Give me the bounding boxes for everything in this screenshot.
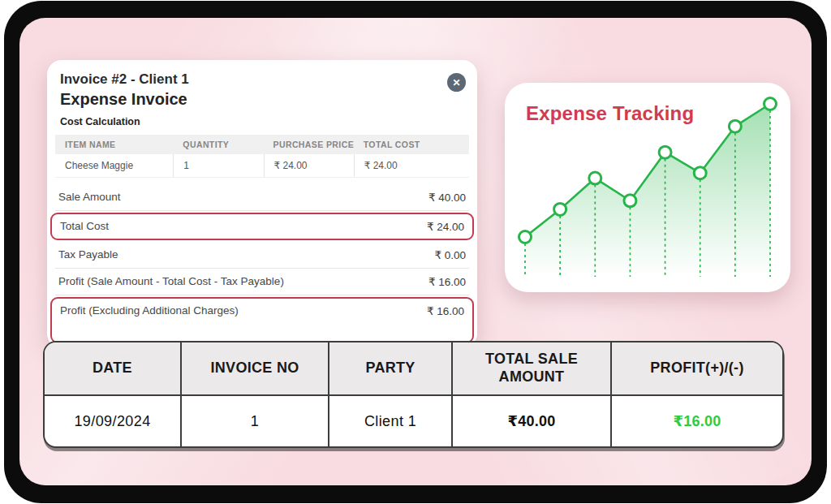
items-row: Cheese Maggie 1 ₹ 24.00 ₹ 24.00 bbox=[55, 154, 469, 178]
records-header-total-sale-amount: TOTAL SALE AMOUNT bbox=[453, 342, 612, 396]
records-header-invoice-no: INVOICE NO bbox=[182, 342, 329, 396]
records-header-profit: PROFIT(+)/(-) bbox=[612, 342, 782, 396]
expense-invoice-panel: Invoice #2 - Client 1 ✕ Expense Invoice … bbox=[47, 60, 477, 348]
record-profit-cell: ₹16.00 bbox=[612, 396, 782, 446]
invoice-title: Invoice #2 - Client 1 bbox=[60, 71, 464, 88]
summary-label: Tax Payable bbox=[58, 248, 118, 261]
record-total-sale-amount-cell: ₹40.00 bbox=[453, 396, 612, 446]
summary-row-sale-amount: Sale Amount ₹ 40.00 bbox=[55, 184, 469, 211]
invoice-subtitle: Expense Invoice bbox=[60, 90, 464, 109]
item-purchase-price-cell: ₹ 24.00 bbox=[264, 154, 354, 177]
items-header-quantity: QUANTITY bbox=[173, 135, 263, 154]
close-icon[interactable]: ✕ bbox=[447, 73, 466, 92]
record-date-cell: 19/09/2024 bbox=[45, 396, 182, 446]
items-header-row: ITEM NAME QUANTITY PURCHASE PRICE TOTAL … bbox=[55, 135, 469, 154]
records-header-date: DATE bbox=[45, 342, 182, 396]
summary-row-total-cost-highlighted: Total Cost ₹ 24.00 bbox=[50, 213, 474, 240]
summary-label: Sale Amount bbox=[58, 191, 121, 203]
item-total-cost-cell: ₹ 24.00 bbox=[354, 154, 469, 177]
summary-label: Total Cost bbox=[60, 220, 109, 232]
summary-row-profit-excluding-highlighted: Profit (Excluding Additional Charges) ₹ … bbox=[50, 297, 474, 343]
cost-calculation-heading: Cost Calculation bbox=[60, 116, 464, 127]
invoice-items-table: ITEM NAME QUANTITY PURCHASE PRICE TOTAL … bbox=[55, 135, 469, 178]
summary-value: ₹ 0.00 bbox=[434, 248, 466, 261]
item-name-cell: Cheese Maggie bbox=[55, 154, 173, 177]
summary-row-profit: Profit (Sale Amount - Total Cost - Tax P… bbox=[55, 269, 469, 295]
summary-value: ₹ 40.00 bbox=[428, 191, 466, 204]
summary-label: Profit (Sale Amount - Total Cost - Tax P… bbox=[58, 275, 284, 287]
record-party-cell: Client 1 bbox=[329, 396, 453, 446]
records-header-party: PARTY bbox=[329, 342, 453, 396]
sales-records-table: DATE INVOICE NO PARTY TOTAL SALE AMOUNT … bbox=[43, 341, 784, 448]
summary-value: ₹ 16.00 bbox=[427, 304, 464, 317]
summary-value: ₹ 24.00 bbox=[427, 220, 464, 233]
summary-row-tax-payable: Tax Payable ₹ 0.00 bbox=[55, 242, 469, 269]
item-quantity-cell: 1 bbox=[173, 154, 263, 177]
items-header-total-cost: TOTAL COST bbox=[354, 135, 469, 154]
cost-summary: Sale Amount ₹ 40.00 Total Cost ₹ 24.00 T… bbox=[55, 184, 469, 343]
items-header-item-name: ITEM NAME bbox=[55, 135, 173, 154]
items-header-purchase-price: PURCHASE PRICE bbox=[264, 135, 354, 154]
expense-tracking-card: Expense Tracking bbox=[505, 83, 790, 292]
expense-tracking-title: Expense Tracking bbox=[526, 102, 694, 125]
record-invoice-no-cell: 1 bbox=[182, 396, 329, 446]
summary-label: Profit (Excluding Additional Charges) bbox=[60, 304, 239, 317]
summary-value: ₹ 16.00 bbox=[428, 275, 466, 288]
